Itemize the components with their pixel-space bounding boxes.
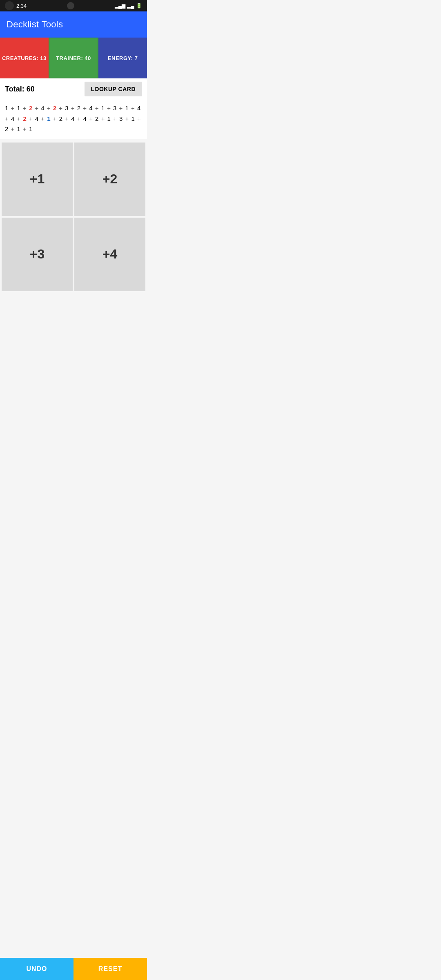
sequence-token-21: + [131, 105, 137, 111]
wifi-icon: ▂▄▆ [115, 3, 126, 9]
sequence-token-38: 2 [95, 115, 101, 122]
sequence-token-10: 3 [65, 105, 71, 111]
sequence-token-39: + [101, 115, 107, 122]
card-cell-plus2-label: +2 [102, 172, 117, 187]
sequence-token-34: 4 [71, 115, 77, 122]
sequence-token-31: + [53, 115, 59, 122]
sequence-token-30: 1 [47, 115, 53, 122]
sequence-token-50: 1 [29, 125, 32, 132]
total-count: Total: 60 [5, 85, 35, 94]
card-grid: +1 +2 +3 +4 [2, 143, 145, 291]
category-tabs: CREATURES: 13 TRAINER: 40 ENERGY: 7 [0, 38, 147, 78]
sequence-token-6: 4 [41, 105, 47, 111]
card-cell-plus1[interactable]: +1 [2, 143, 73, 216]
card-cell-plus3-label: +3 [30, 247, 45, 262]
status-time: 2:34 [16, 3, 27, 9]
sequence-token-43: + [125, 115, 131, 122]
card-cell-plus1-label: +1 [30, 172, 45, 187]
sequence-token-35: + [77, 115, 83, 122]
sequence-token-1: + [11, 105, 17, 111]
sequence-token-26: 2 [23, 115, 29, 122]
tab-creatures[interactable]: CREATURES: 13 [0, 38, 49, 78]
sequence-token-0: 1 [5, 105, 11, 111]
tab-energy-label: ENERGY: 7 [108, 55, 138, 61]
sequence-token-20: 1 [125, 105, 131, 111]
battery-icon: 🔋 [136, 3, 142, 9]
status-bar-left: 2:34 [5, 1, 27, 10]
sequence-token-32: 2 [59, 115, 65, 122]
sequence-token-12: 2 [77, 105, 83, 111]
sequence-token-49: + [23, 125, 29, 132]
sequence-token-46: 2 [5, 125, 11, 132]
total-row: Total: 60 LOOKUP CARD [0, 78, 147, 100]
card-cell-plus3[interactable]: +3 [2, 218, 73, 291]
sequence-token-22: 4 [137, 105, 140, 111]
card-cell-plus4-label: +4 [102, 247, 117, 262]
tab-trainer-label: TRAINER: 40 [56, 55, 91, 61]
undo-button[interactable]: UNDO [0, 958, 74, 980]
status-bar-center [67, 2, 74, 9]
sequence-token-9: + [59, 105, 65, 111]
sequence-token-8: 2 [53, 105, 59, 111]
sequence-token-17: + [107, 105, 113, 111]
sequence-token-15: + [95, 105, 101, 111]
signal-icon: ▂▄ [127, 3, 134, 9]
reset-button[interactable]: RESET [74, 958, 147, 980]
tab-energy[interactable]: ENERGY: 7 [98, 38, 147, 78]
app-bar: Decklist Tools [0, 11, 147, 38]
sequence-token-37: + [89, 115, 95, 122]
sequence-token-45: + [137, 115, 141, 122]
sequence-token-48: 1 [17, 125, 23, 132]
notification-icon [67, 2, 74, 9]
status-bar-right: ▂▄▆ ▂▄ 🔋 [115, 3, 142, 9]
sequence-token-41: + [113, 115, 119, 122]
sequence-token-40: 1 [107, 115, 114, 122]
card-cell-plus2[interactable]: +2 [74, 143, 145, 216]
sequence-token-24: 4 [11, 115, 17, 122]
sequence-token-27: + [29, 115, 35, 122]
sequence-token-23: + [5, 115, 11, 122]
sequence-token-29: + [41, 115, 47, 122]
sequence-token-19: + [119, 105, 125, 111]
app-title: Decklist Tools [7, 19, 63, 30]
sequence-token-16: 1 [101, 105, 107, 111]
status-circle-icon [5, 1, 14, 10]
sequence-token-36: 4 [83, 115, 89, 122]
sequence-token-28: 4 [35, 115, 41, 122]
card-cell-plus4[interactable]: +4 [74, 218, 145, 291]
sequence-token-3: + [23, 105, 29, 111]
sequence-token-7: + [47, 105, 53, 111]
sequence-token-18: 3 [113, 105, 119, 111]
sequence-token-13: + [83, 105, 89, 111]
sequence-token-42: 3 [119, 115, 125, 122]
sequence-token-2: 1 [17, 105, 23, 111]
sequence-token-4: 2 [29, 105, 35, 111]
sequence-token-44: 1 [131, 115, 137, 122]
sequence-token-25: + [17, 115, 23, 122]
sequence-token-14: 4 [89, 105, 95, 111]
status-bar: 2:34 ▂▄▆ ▂▄ 🔋 [0, 0, 147, 11]
sequence-token-33: + [65, 115, 71, 122]
decklist-sequence: 1 + 1 + 2 + 4 + 2 + 3 + 2 + 4 + 1 + 3 + … [0, 100, 147, 139]
tab-trainer[interactable]: TRAINER: 40 [49, 38, 99, 78]
sequence-token-47: + [11, 125, 17, 132]
sequence-token-11: + [71, 105, 77, 111]
bottom-buttons: UNDO RESET [0, 958, 147, 980]
tab-creatures-label: CREATURES: 13 [2, 55, 47, 61]
lookup-card-button[interactable]: LOOKUP CARD [85, 82, 142, 96]
sequence-token-5: + [35, 105, 41, 111]
